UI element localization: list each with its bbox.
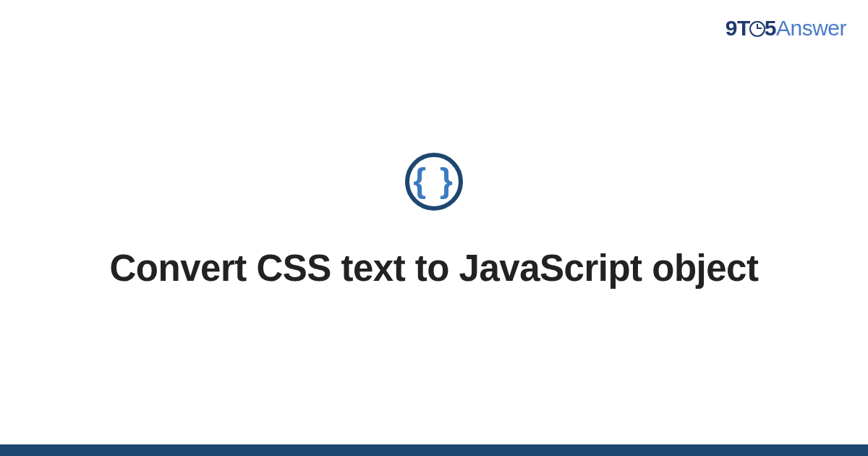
main-content: { } Convert CSS text to JavaScript objec… (0, 0, 868, 444)
code-braces-icon: { } (413, 164, 455, 197)
page-title: Convert CSS text to JavaScript object (110, 245, 759, 292)
footer-accent-bar (0, 444, 868, 456)
topic-icon-circle: { } (405, 153, 463, 211)
